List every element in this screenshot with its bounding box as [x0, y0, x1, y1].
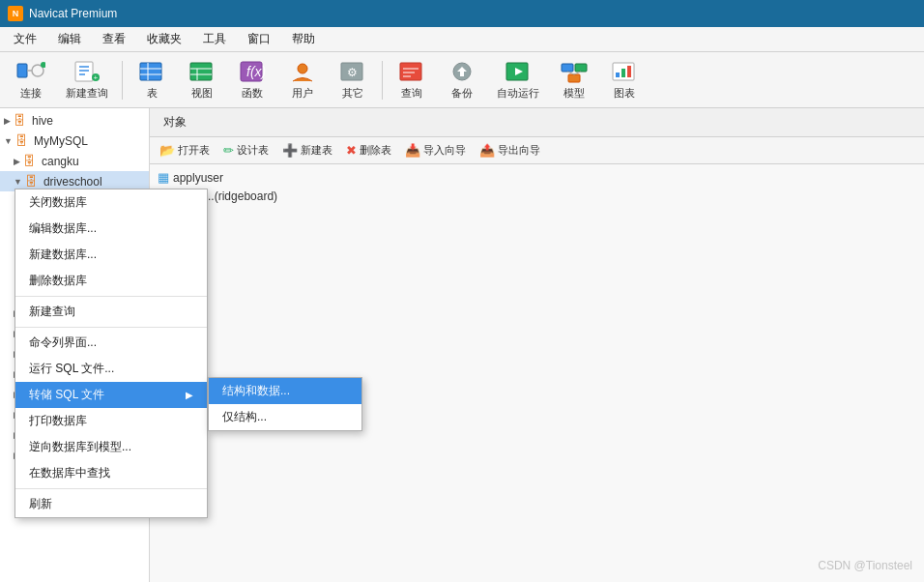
ctx-separator [15, 488, 207, 489]
ctx-item-打印数据库[interactable]: 打印数据库 [15, 408, 207, 434]
ctx-item-label: 刷新 [29, 496, 52, 512]
ctx-item-编辑数据库...[interactable]: 编辑数据库... [15, 216, 207, 242]
context-menu: 关闭数据库编辑数据库...新建数据库...删除数据库新建查询命令列界面...运行… [14, 189, 208, 518]
ctx-separator [15, 296, 207, 297]
context-menu-overlay[interactable]: 关闭数据库编辑数据库...新建数据库...删除数据库新建查询命令列界面...运行… [0, 0, 924, 582]
ctx-item-label: 逆向数据库到模型... [29, 439, 131, 455]
ctx-item-刷新[interactable]: 刷新 [15, 491, 207, 517]
ctx-item-label: 打印数据库 [29, 413, 87, 429]
ctx-item-在数据库中查找[interactable]: 在数据库中查找 [15, 460, 207, 486]
ctx-separator [15, 327, 207, 328]
submenu-item-结构和数据...[interactable]: 结构和数据... [209, 378, 361, 404]
submenu-item-仅结构...[interactable]: 仅结构... [209, 404, 361, 430]
ctx-item-label: 命令列界面... [29, 335, 97, 351]
ctx-item-转储 SQL 文件[interactable]: 转储 SQL 文件▶ [15, 382, 207, 408]
ctx-item-label: 删除数据库 [29, 273, 87, 289]
ctx-item-新建查询[interactable]: 新建查询 [15, 299, 207, 325]
ctx-item-label: 转储 SQL 文件 [29, 387, 104, 403]
ctx-item-label: 在数据库中查找 [29, 465, 110, 481]
ctx-item-运行 SQL 文件...[interactable]: 运行 SQL 文件... [15, 356, 207, 382]
ctx-item-删除数据库[interactable]: 删除数据库 [15, 268, 207, 294]
ctx-item-label: 新建数据库... [29, 247, 97, 263]
ctx-item-新建数据库...[interactable]: 新建数据库... [15, 242, 207, 268]
ctx-item-命令列界面...[interactable]: 命令列界面... [15, 330, 207, 356]
ctx-item-关闭数据库[interactable]: 关闭数据库 [15, 189, 207, 216]
ctx-item-label: 运行 SQL 文件... [29, 361, 114, 377]
ctx-item-逆向数据库到模型...[interactable]: 逆向数据库到模型... [15, 434, 207, 460]
ctx-item-label: 新建查询 [29, 304, 75, 320]
submenu: 结构和数据...仅结构... [208, 377, 362, 431]
ctx-arrow: ▶ [186, 390, 193, 400]
ctx-item-label: 关闭数据库 [29, 194, 87, 211]
ctx-item-label: 编辑数据库... [29, 220, 97, 237]
